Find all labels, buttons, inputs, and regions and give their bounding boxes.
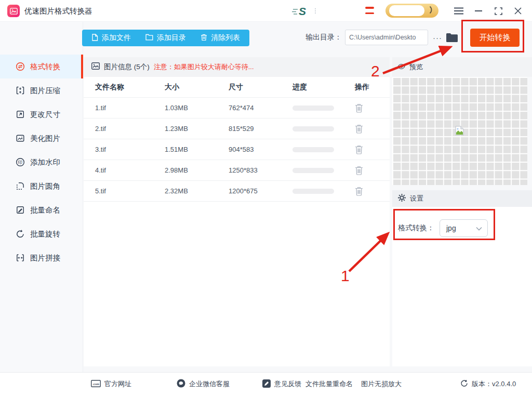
sidebar-item-batch-rename[interactable]: 批量命名 xyxy=(0,198,83,222)
app-title: 优速图片格式转换器 xyxy=(24,6,92,16)
lossless-zoom-link[interactable]: 图片无损放大 xyxy=(361,373,402,395)
sidebar-item-label: 更改尺寸 xyxy=(30,110,60,120)
table-row: 5.tif 2.32MB 1200*675 xyxy=(84,181,390,202)
eye-icon xyxy=(397,63,405,71)
delete-row-button[interactable] xyxy=(355,103,367,113)
start-convert-button[interactable]: 开始转换 xyxy=(470,29,520,47)
menu-icon[interactable] xyxy=(449,0,469,22)
version-label: 版本：v2.0.4.0 xyxy=(472,379,516,389)
delete-row-button[interactable] xyxy=(355,187,367,196)
feedback-link[interactable]: 意见反馈 xyxy=(262,373,301,395)
minimize-button[interactable] xyxy=(469,0,488,22)
open-folder-icon[interactable] xyxy=(446,33,458,43)
panel-gap xyxy=(392,185,532,190)
settings-title: 设置 xyxy=(410,194,423,203)
rotate-icon xyxy=(16,229,25,239)
sidebar-item-watermark[interactable]: 印 添加水印 xyxy=(0,150,83,174)
add-file-button[interactable]: 添加文件 xyxy=(84,30,138,46)
image-info-title: 图片信息 (5个) xyxy=(104,62,150,72)
delete-row-button[interactable] xyxy=(355,145,367,154)
sidebar-item-resize[interactable]: 更改尺寸 xyxy=(0,102,83,126)
close-button[interactable] xyxy=(508,0,528,22)
compress-icon xyxy=(16,86,25,95)
official-site-link[interactable]: .com 官方网址 xyxy=(91,373,131,395)
content-area: 格式转换 图片压缩 更改尺寸 xyxy=(0,22,532,372)
redacted-cover xyxy=(389,5,424,16)
output-directory-label: 输出目录： xyxy=(305,33,342,42)
svg-text:.com: .com xyxy=(92,383,99,386)
sidebar-item-compress[interactable]: 图片压缩 xyxy=(0,78,83,102)
cell-size: 1.23MB xyxy=(165,125,229,133)
sidebar-item-label: 批量命名 xyxy=(30,205,60,215)
gear-icon xyxy=(398,194,406,203)
official-site-label: 官方网址 xyxy=(104,379,131,389)
table-row: 1.tif 1.03MB 762*474 xyxy=(84,98,390,118)
sidebar-item-round-corner[interactable]: 图片圆角 xyxy=(0,174,83,198)
chat-bubble-icon xyxy=(177,379,185,389)
add-directory-button[interactable]: 添加目录 xyxy=(138,30,193,46)
batch-rename-label: 文件批量重命名 xyxy=(305,379,353,389)
titlebar: 优速图片格式转换器 S xyxy=(0,0,532,22)
sidebar-list: 格式转换 图片压缩 更改尺寸 xyxy=(0,55,83,270)
cell-size: 2.32MB xyxy=(165,187,229,195)
preview-title: 预览 xyxy=(409,62,423,72)
sidebar-item-label: 图片压缩 xyxy=(30,86,60,96)
cell-size: 1.03MB xyxy=(165,104,229,112)
resize-icon xyxy=(16,110,25,119)
cell-dimensions: 1250*833 xyxy=(229,166,292,174)
browse-more-button[interactable]: ··· xyxy=(433,33,442,42)
sidebar-item-format-convert[interactable]: 格式转换 xyxy=(0,55,83,78)
app-identity: 优速图片格式转换器 xyxy=(7,5,92,17)
vip-pill-button[interactable] xyxy=(385,4,438,18)
format-convert-label: 格式转换： xyxy=(398,223,434,233)
cell-size: 1.51MB xyxy=(165,146,229,153)
preview-header: 预览 xyxy=(392,57,532,77)
cell-filename: 3.tif xyxy=(95,146,165,153)
output-directory-input[interactable] xyxy=(345,30,428,45)
sidebar-item-beautify[interactable]: 美化图片 xyxy=(0,126,83,150)
table-header: 文件名称 大小 尺寸 进度 操作 xyxy=(84,77,390,98)
redacted-red-icon xyxy=(365,7,374,15)
preview-canvas xyxy=(392,77,527,185)
feedback-label: 意见反馈 xyxy=(274,379,301,389)
format-convert-row: 格式转换： jpg xyxy=(392,207,532,237)
cell-dimensions: 762*474 xyxy=(229,104,292,112)
file-actions-group: 添加文件 添加目录 清除列表 xyxy=(82,30,249,46)
format-select[interactable]: jpg xyxy=(440,219,488,237)
rename-icon xyxy=(16,205,25,215)
dotcom-icon: .com xyxy=(91,380,101,389)
sidebar-item-label: 格式转换 xyxy=(30,62,60,72)
cell-size: 2.98MB xyxy=(165,166,229,174)
sidebar-item-batch-rotate[interactable]: 批量旋转 xyxy=(0,222,83,246)
batch-rename-link[interactable]: 文件批量重命名 xyxy=(305,373,353,395)
delete-row-button[interactable] xyxy=(355,124,367,134)
progress-bar xyxy=(292,106,334,111)
delete-row-button[interactable] xyxy=(355,166,367,175)
cell-filename: 1.tif xyxy=(95,104,165,112)
app-window: 优速图片格式转换器 S xyxy=(0,0,532,395)
sidebar-item-stitch[interactable]: 图片拼接 xyxy=(0,246,83,270)
maximize-button[interactable] xyxy=(488,0,508,22)
image-info-bar: 图片信息 (5个) 注意：如果图片较大请耐心等待... xyxy=(84,57,390,77)
clear-list-button[interactable]: 清除列表 xyxy=(193,30,247,46)
sidebar-item-label: 美化图片 xyxy=(30,134,60,143)
col-filename: 文件名称 xyxy=(95,83,165,92)
sidebar-item-label: 批量旋转 xyxy=(30,229,60,239)
clear-list-label: 清除列表 xyxy=(211,33,240,43)
redacted-text-artifact xyxy=(315,8,316,14)
sidebar-item-label: 图片圆角 xyxy=(30,181,60,191)
lossless-zoom-label: 图片无损放大 xyxy=(361,379,402,389)
output-directory-group: 输出目录： ··· xyxy=(305,29,458,46)
sidebar: 格式转换 图片压缩 更改尺寸 xyxy=(0,22,83,372)
svg-text:S: S xyxy=(299,5,306,17)
titlebar-right: S xyxy=(288,0,532,22)
cell-filename: 4.tif xyxy=(95,166,165,174)
refresh-icon xyxy=(460,379,468,389)
chevron-down-icon xyxy=(476,223,482,233)
cell-filename: 5.tif xyxy=(95,187,165,195)
cell-dimensions: 815*529 xyxy=(229,125,292,133)
preview-settings-panel: 预览 设置 格式转换： jpg xyxy=(392,57,532,366)
add-directory-label: 添加目录 xyxy=(157,33,186,43)
stitch-icon xyxy=(16,253,25,262)
wechat-service-link[interactable]: 企业微信客服 xyxy=(177,373,230,395)
